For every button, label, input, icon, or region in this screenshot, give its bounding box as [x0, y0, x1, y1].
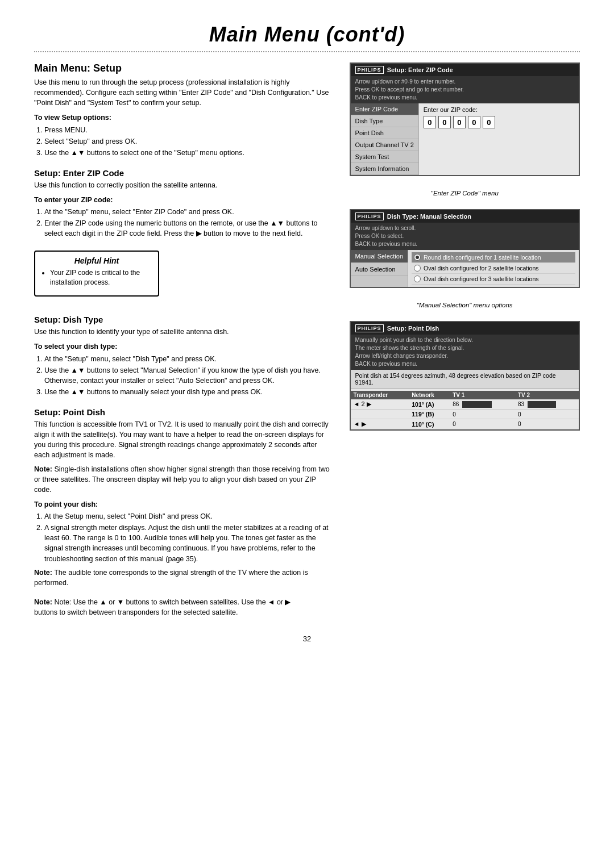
point-dish-info: Point dish at 154 degrees azimuth, 48 de… [351, 370, 579, 389]
zip-digit-2[interactable]: 0 [453, 116, 466, 128]
dish-choice-oval3[interactable]: Oval dish configured for 3 satellite loc… [412, 274, 575, 285]
left-column: Main Menu: Setup Use this menu to run th… [34, 62, 333, 591]
point-dish-heading: Setup: Point Dish [34, 407, 333, 417]
signal-table: Transponder Network TV 1 TV 2 ◄ 2 ▶ 101°… [351, 391, 579, 429]
zip-subheader-line3: BACK to previous menu. [355, 94, 574, 102]
tv1-val-3: 0 [453, 421, 460, 427]
dish-type-screen: PHILIPS Dish Type: Manual Selection Arro… [350, 209, 580, 288]
tv1-signal-3: 0 [450, 419, 515, 429]
zip-subheader-line1: Arrow up/down or #0-9 to enter number. [355, 78, 574, 86]
dish-choices: Round dish configured for 1 satellite lo… [408, 250, 579, 287]
point-dish-subheader-line3: Arrow left/right changes transponder. [355, 352, 574, 360]
dish-type-screen-title: Dish Type: Manual Selection [387, 213, 471, 220]
network-label-2: 119° (B) [409, 410, 450, 419]
helpful-hint-title: Helpful Hint [42, 256, 151, 265]
zip-code-screen: PHILIPS Setup: Enter ZIP Code Arrow up/d… [350, 62, 580, 176]
dish-subheader-line3: BACK to previous menu. [355, 240, 574, 248]
point-dish-subheader-line2: The meter shows the strength of the sign… [355, 344, 574, 352]
transponder-nav-3[interactable]: ◄ ▶ [351, 419, 409, 429]
zip-screen-header: PHILIPS Setup: Enter ZIP Code [351, 64, 579, 76]
dish-choice-oval3-label: Oval dish configured for 3 satellite loc… [424, 276, 539, 282]
tv2-val-2: 0 [518, 411, 526, 418]
transponder-nav-1[interactable]: ◄ 2 ▶ [351, 399, 409, 410]
network-label-3: 110° (C) [409, 419, 450, 429]
tv1-signal-1: 86 [450, 399, 515, 410]
point-dish-steps: At the Setup menu, select "Point Dish" a… [44, 511, 333, 564]
bottom-note-bold: Note: [34, 598, 52, 606]
zip-menu-item-enter[interactable]: Enter ZIP Code [351, 103, 418, 115]
tv2-bar-1 [528, 401, 556, 408]
point-dish-steps-label: To point your dish: [34, 499, 333, 510]
zip-inputs: 0 0 0 0 0 [424, 116, 574, 128]
dish-option-manual[interactable]: Manual Selection [351, 250, 408, 263]
dish-choice-round[interactable]: Round dish configured for 1 satellite lo… [412, 252, 575, 263]
page-number: 32 [34, 635, 580, 643]
zip-content-area: Enter our ZIP code: 0 0 0 0 0 [419, 103, 579, 175]
col-network: Network [409, 391, 450, 399]
philips-logo-3: PHILIPS [355, 324, 384, 332]
list-item: A signal strength meter displays. Adjust… [44, 523, 333, 564]
point-dish-screen-title: Setup: Point Dish [387, 325, 439, 332]
point-dish-subheader: Manually point your dish to the directio… [351, 335, 579, 370]
point-dish-bottom-note: Note: Note: Use the ▲ or ▼ buttons to sw… [34, 597, 307, 617]
zip-content-label: Enter our ZIP code: [424, 106, 574, 113]
dish-subheader-line2: Press OK to select. [355, 232, 574, 240]
tv2-signal-2: 0 [515, 410, 579, 419]
dish-type-steps-label: To select your dish type: [34, 341, 333, 352]
dish-choice-oval2-label: Oval dish configured for 2 satellite loc… [424, 265, 539, 272]
view-setup-label: To view Setup options: [34, 112, 333, 123]
list-item: Use the ▲▼ buttons to manually select yo… [44, 387, 333, 397]
note1-bold: Note: [34, 465, 52, 473]
view-setup-steps: Press MENU. Select "Setup" and press OK.… [44, 125, 333, 158]
table-row: 119° (B) 0 0 [351, 410, 579, 419]
tv2-signal-1: 83 [515, 399, 579, 410]
dish-option-auto[interactable]: Auto Selection [351, 263, 408, 276]
tv2-val-1: 83 [518, 401, 526, 407]
philips-logo: PHILIPS [355, 66, 384, 74]
tv2-val-3: 0 [518, 421, 526, 427]
dish-subheader-line1: Arrow up/down to scroll. [355, 224, 574, 232]
col-tv2: TV 2 [515, 391, 579, 399]
philips-logo-2: PHILIPS [355, 212, 384, 220]
bottom-note-text: Note: Use the ▲ or ▼ buttons to switch b… [34, 598, 291, 616]
list-item: Press MENU. [44, 125, 333, 135]
dish-option-list: Manual Selection Auto Selection [351, 250, 408, 287]
zip-digit-1[interactable]: 0 [438, 116, 451, 128]
zip-screen-title: Setup: Enter ZIP Code [387, 66, 453, 73]
zip-menu-item-output[interactable]: Output Channel TV 2 [351, 139, 418, 151]
list-item: At the Setup menu, select "Point Dish" a… [44, 511, 333, 521]
list-item: Use the ▲▼ buttons to select one of the … [44, 148, 333, 158]
zip-menu-item-sysTest[interactable]: System Test [351, 151, 418, 163]
point-dish-subheader-line1: Manually point your dish to the directio… [355, 336, 574, 344]
zip-digit-0[interactable]: 0 [424, 116, 436, 128]
tv2-signal-3: 0 [515, 419, 579, 429]
dish-type-heading: Setup: Dish Type [34, 315, 333, 324]
content-wrapper: Main Menu: Setup Use this menu to run th… [34, 62, 580, 591]
table-row: ◄ 2 ▶ 101° (A) 86 83 [351, 399, 579, 410]
tv1-val-2: 0 [453, 411, 460, 418]
point-dish-screen: PHILIPS Setup: Point Dish Manually point… [350, 321, 580, 431]
point-dish-note1: Note: Single-dish installations often sh… [34, 464, 333, 495]
zip-digit-4[interactable]: 0 [483, 116, 495, 128]
zip-digit-3[interactable]: 0 [468, 116, 480, 128]
zip-menu-list: Enter ZIP Code Dish Type Point Dish Outp… [351, 103, 419, 175]
dish-type-screen-caption: "Manual Selection" menu options [350, 302, 580, 308]
helpful-hint-box: Helpful Hint Your ZIP code is critical t… [34, 251, 159, 297]
dish-type-body: Manual Selection Auto Selection Round di… [351, 250, 579, 287]
zip-menu-item-dish[interactable]: Dish Type [351, 115, 418, 127]
point-dish-screen-header: PHILIPS Setup: Point Dish [351, 322, 579, 335]
dish-choice-oval2[interactable]: Oval dish configured for 2 satellite loc… [412, 263, 575, 274]
radio-oval3 [414, 276, 421, 282]
enter-zip-desc: Use this function to correctly position … [34, 180, 333, 190]
dish-type-desc: Use this function to identify your type … [34, 327, 333, 337]
dish-choice-round-label: Round dish configured for 1 satellite lo… [424, 254, 541, 261]
dish-type-subheader: Arrow up/down to scroll. Press OK to sel… [351, 223, 579, 250]
zip-menu-item-sysInfo[interactable]: System Information [351, 163, 418, 175]
table-row: ◄ ▶ 110° (C) 0 0 [351, 419, 579, 429]
page-title: Main Menu (cont'd) [34, 23, 580, 47]
tv1-bar-1 [462, 401, 492, 408]
zip-menu-item-point[interactable]: Point Dish [351, 127, 418, 139]
right-column: PHILIPS Setup: Enter ZIP Code Arrow up/d… [350, 62, 580, 591]
enter-zip-heading: Setup: Enter ZIP Code [34, 168, 333, 178]
main-menu-setup-intro: Use this menu to run through the setup p… [34, 77, 333, 108]
